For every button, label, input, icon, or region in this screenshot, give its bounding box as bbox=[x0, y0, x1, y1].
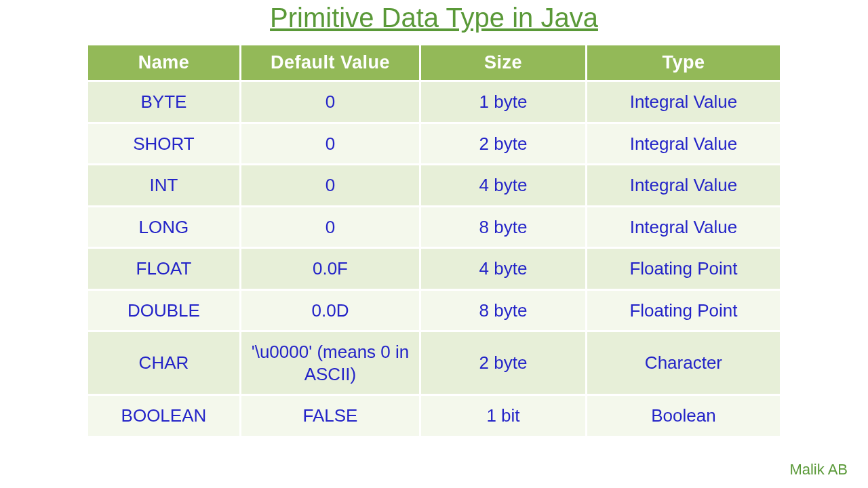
cell-size: 1 byte bbox=[420, 81, 587, 123]
cell-name: double bbox=[88, 289, 240, 331]
table-row: long 0 8 byte Integral Value bbox=[88, 206, 780, 248]
cell-default: 0.0d bbox=[240, 289, 420, 331]
cell-type: Integral Value bbox=[586, 206, 780, 248]
cell-type: Character bbox=[586, 331, 780, 395]
cell-name: float bbox=[88, 248, 240, 290]
table-row: short 0 2 byte Integral Value bbox=[88, 123, 780, 165]
cell-type: Floating Point bbox=[586, 248, 780, 290]
cell-default: '\u0000' (means 0 in ASCII) bbox=[240, 331, 420, 395]
cell-default: 0.0f bbox=[240, 248, 420, 290]
cell-default: 0 bbox=[240, 123, 420, 165]
col-header-name: Name bbox=[88, 45, 240, 81]
col-header-type: Type bbox=[586, 45, 780, 81]
table-row: char '\u0000' (means 0 in ASCII) 2 byte … bbox=[88, 331, 780, 395]
cell-name: char bbox=[88, 331, 240, 395]
cell-size: 8 byte bbox=[420, 289, 587, 331]
table-row: int 0 4 byte Integral Value bbox=[88, 165, 780, 207]
cell-size: 1 bit bbox=[420, 395, 587, 436]
cell-size: 2 byte bbox=[420, 123, 587, 165]
cell-name: long bbox=[88, 206, 240, 248]
cell-type: Floating Point bbox=[586, 289, 780, 331]
cell-type: Boolean bbox=[586, 395, 780, 436]
cell-type: Integral Value bbox=[586, 123, 780, 165]
cell-size: 4 byte bbox=[420, 248, 587, 290]
table-row: float 0.0f 4 byte Floating Point bbox=[88, 248, 780, 290]
cell-name: short bbox=[88, 123, 240, 165]
col-header-size: Size bbox=[420, 45, 587, 81]
cell-size: 8 byte bbox=[420, 206, 587, 248]
author-credit: Malik AB bbox=[789, 461, 848, 479]
table-row: double 0.0d 8 byte Floating Point bbox=[88, 289, 780, 331]
cell-default: 0 bbox=[240, 206, 420, 248]
col-header-default: Default Value bbox=[240, 45, 420, 81]
data-type-table: Name Default Value Size Type byte 0 1 by… bbox=[88, 45, 780, 436]
cell-name: boolean bbox=[88, 395, 240, 436]
cell-default: 0 bbox=[240, 165, 420, 207]
cell-default: 0 bbox=[240, 81, 420, 123]
table-header-row: Name Default Value Size Type bbox=[88, 45, 780, 81]
cell-default: false bbox=[240, 395, 420, 436]
cell-size: 2 byte bbox=[420, 331, 587, 395]
cell-size: 4 byte bbox=[420, 165, 587, 207]
cell-name: byte bbox=[88, 81, 240, 123]
page-title: Primitive Data Type in Java bbox=[0, 0, 868, 45]
table-row: byte 0 1 byte Integral Value bbox=[88, 81, 780, 123]
cell-name: int bbox=[88, 165, 240, 207]
table-row: boolean false 1 bit Boolean bbox=[88, 395, 780, 436]
cell-type: Integral Value bbox=[586, 165, 780, 207]
cell-type: Integral Value bbox=[586, 81, 780, 123]
